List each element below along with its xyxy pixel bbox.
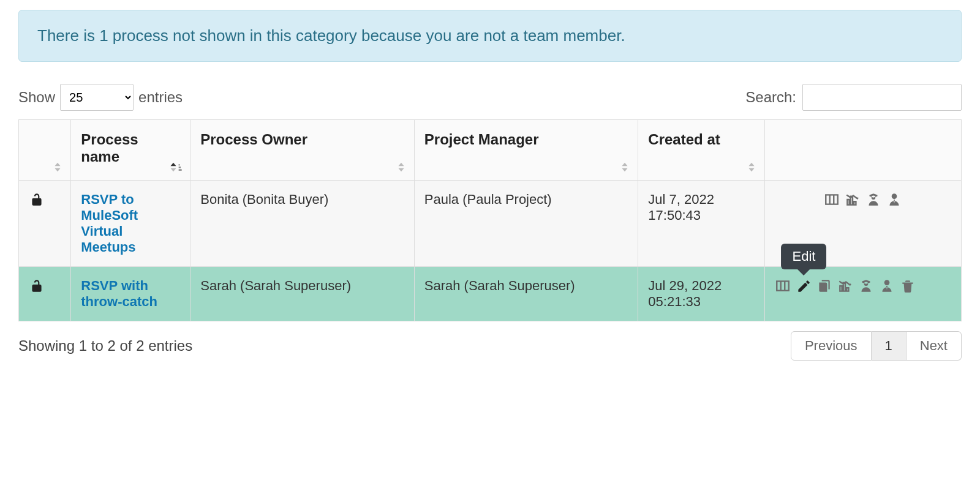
pagination-previous[interactable]: Previous <box>791 331 872 361</box>
user-tie-icon[interactable] <box>886 192 902 211</box>
cell-actions: Edit <box>765 267 962 321</box>
cell-project-manager: Paula (Paula Project) <box>414 181 638 267</box>
cell-process-owner: Sarah (Sarah Superuser) <box>190 267 415 321</box>
col-header-actions <box>765 120 962 181</box>
user-shield-icon[interactable] <box>865 192 881 211</box>
col-header-label: Project Manager <box>424 131 539 148</box>
col-header-label: Process name <box>81 131 138 165</box>
page-length-control: Show 25 entries <box>18 84 183 111</box>
col-header-label: Process Owner <box>200 131 307 148</box>
row-actions: Edit <box>775 278 951 298</box>
col-header-lock[interactable] <box>19 120 71 181</box>
columns-icon[interactable] <box>824 192 840 211</box>
sort-icon <box>745 160 758 174</box>
trash-icon[interactable] <box>900 278 916 298</box>
sort-icon <box>51 160 64 174</box>
unlock-icon <box>29 195 45 211</box>
cell-project-manager: Sarah (Sarah Superuser) <box>414 267 638 321</box>
edit-tooltip: Edit <box>782 244 827 269</box>
search-input[interactable] <box>802 84 962 111</box>
sort-icon <box>167 160 184 174</box>
table-header-row: Process name Process Owner Project Manag… <box>19 120 962 181</box>
tooltip-text: Edit <box>793 249 816 264</box>
pagination-page-1[interactable]: 1 <box>872 331 907 361</box>
sort-icon <box>394 160 408 174</box>
user-shield-icon[interactable] <box>858 278 874 298</box>
cell-process-name: RSVP to MuleSoft Virtual Meetups <box>71 181 190 267</box>
chart-icon[interactable] <box>837 278 853 298</box>
cell-created-at: Jul 7, 2022 17:50:43 <box>638 181 765 267</box>
page-length-select[interactable]: 25 <box>60 84 134 111</box>
sort-icon <box>618 160 631 174</box>
cell-lock <box>19 181 71 267</box>
col-header-created-at[interactable]: Created at <box>638 120 765 181</box>
pagination: Previous 1 Next <box>791 331 962 361</box>
cell-process-name: RSVP with throw-catch <box>71 267 190 321</box>
copy-icon[interactable] <box>816 278 832 298</box>
info-alert: There is 1 process not shown in this cat… <box>18 10 962 62</box>
cell-process-owner: Bonita (Bonita Buyer) <box>190 181 415 267</box>
search-control: Search: <box>745 84 962 111</box>
col-header-process-owner[interactable]: Process Owner <box>190 120 415 181</box>
user-tie-icon[interactable] <box>879 278 895 298</box>
col-header-label: Created at <box>648 131 720 148</box>
chart-icon[interactable] <box>845 192 861 211</box>
cell-created-at: Jul 29, 2022 05:21:33 <box>638 267 765 321</box>
search-label: Search: <box>745 89 796 106</box>
table-top-controls: Show 25 entries Search: <box>18 84 962 119</box>
col-header-process-name[interactable]: Process name <box>71 120 190 181</box>
table-row[interactable]: RSVP with throw-catch Sarah (Sarah Super… <box>19 267 962 321</box>
show-label: Show <box>18 89 55 106</box>
process-name-link[interactable]: RSVP to MuleSoft Virtual Meetups <box>81 192 138 255</box>
columns-icon[interactable] <box>775 278 791 298</box>
process-name-link[interactable]: RSVP with throw-catch <box>81 278 157 309</box>
unlock-icon <box>29 282 45 297</box>
edit-icon[interactable]: Edit <box>796 278 812 298</box>
svg-rect-1 <box>179 167 181 168</box>
col-header-project-manager[interactable]: Project Manager <box>414 120 638 181</box>
entries-label: entries <box>138 89 183 106</box>
svg-rect-2 <box>179 169 182 171</box>
info-alert-text: There is 1 process not shown in this cat… <box>37 26 625 45</box>
pagination-next[interactable]: Next <box>907 331 962 361</box>
table-bottom-controls: Showing 1 to 2 of 2 entries Previous 1 N… <box>18 321 962 361</box>
svg-rect-0 <box>179 164 180 166</box>
table-info: Showing 1 to 2 of 2 entries <box>18 337 192 354</box>
cell-lock <box>19 267 71 321</box>
process-table: Process name Process Owner Project Manag… <box>18 119 962 321</box>
row-actions <box>775 192 951 211</box>
